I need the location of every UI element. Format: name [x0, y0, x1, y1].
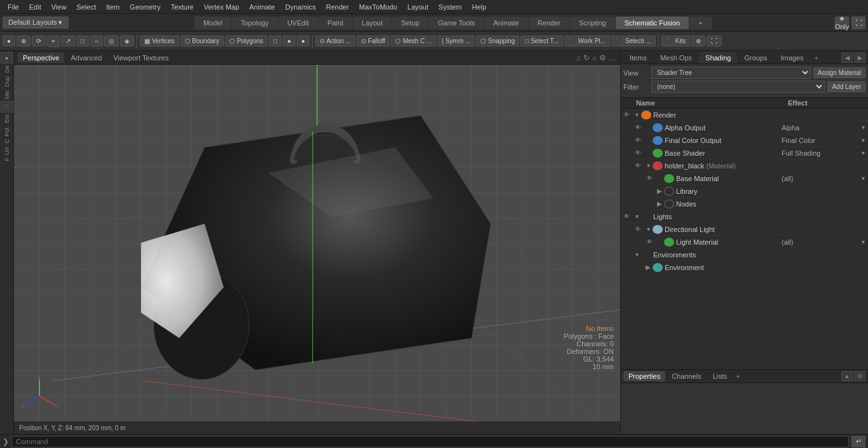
- layout-tab-render[interactable]: Render: [529, 17, 569, 29]
- panel-tab-mesh-ops[interactable]: Mesh Ops: [654, 52, 698, 64]
- layout-tab-paint[interactable]: Paint: [318, 17, 352, 29]
- vp-tab-textures[interactable]: Viewport Textures: [108, 53, 173, 63]
- tool-circle-sel[interactable]: ○: [90, 36, 103, 46]
- vp-icon-zoom[interactable]: ⌕: [592, 53, 597, 62]
- vp-icon-more[interactable]: …: [609, 53, 616, 62]
- tree-item-final-color[interactable]: 👁 Final Color Output Final Color ▾: [621, 134, 868, 147]
- expand-dir-light[interactable]: ▾: [644, 226, 653, 233]
- eye-final-color[interactable]: 👁: [632, 137, 644, 144]
- panel-tab-groups[interactable]: Groups: [738, 52, 773, 64]
- tool-icon5[interactable]: ⛶: [707, 36, 722, 46]
- expand-lights[interactable]: ▾: [632, 213, 641, 220]
- panel-expand-left[interactable]: ◀: [841, 53, 853, 63]
- tool-snapping[interactable]: ⬡ Snapping: [476, 36, 519, 46]
- sidebar-tool-1[interactable]: ●: [1, 52, 13, 64]
- eye-holder[interactable]: 👁: [632, 162, 644, 169]
- layout-tab-layout[interactable]: Layout: [353, 17, 391, 29]
- layout-tab-add[interactable]: +: [689, 17, 711, 29]
- menu-file[interactable]: File: [3, 2, 24, 12]
- tool-scale[interactable]: ⌖: [47, 36, 60, 47]
- tool-selecti[interactable]: ⬛ Selecti ...: [611, 36, 656, 46]
- layout-tab-animate[interactable]: Animate: [485, 17, 528, 29]
- layout-tab-schematic[interactable]: Schematic Fusion: [616, 17, 689, 29]
- menu-animate[interactable]: Animate: [244, 2, 280, 12]
- filter-select[interactable]: (none): [651, 81, 825, 93]
- arrow-light-material[interactable]: ▾: [858, 238, 868, 245]
- expand-library[interactable]: ▶: [655, 187, 664, 194]
- vp-tab-perspective[interactable]: Perspective: [18, 53, 64, 63]
- vp-icon-rotate[interactable]: ↻: [583, 53, 590, 62]
- vp-icon-home[interactable]: ⌂: [576, 53, 581, 62]
- command-input[interactable]: [11, 436, 849, 447]
- tool-work-pl[interactable]: ⬛ Work Pl...: [564, 36, 610, 46]
- tool-rotate[interactable]: ⟳: [32, 36, 46, 46]
- tool-mesh-c[interactable]: ⬡ Mesh C ...: [391, 36, 436, 46]
- menu-render[interactable]: Render: [321, 2, 354, 12]
- expand-holder[interactable]: ▾: [644, 162, 653, 169]
- layout-tab-setup[interactable]: Setup: [392, 17, 428, 29]
- tree-item-library[interactable]: 👁 ▶ Library: [621, 185, 868, 198]
- tool-paint[interactable]: ◈: [120, 36, 134, 46]
- menu-maxtomodo[interactable]: MaxToModo: [354, 2, 402, 12]
- prop-btn-settings[interactable]: ⚙: [854, 371, 865, 381]
- expand-render[interactable]: ▾: [632, 111, 641, 118]
- panel-tab-images[interactable]: Images: [775, 52, 810, 64]
- shader-tree[interactable]: 👁 ▾ Render 👁 Alpha Output Alpha ▾ 👁: [621, 109, 868, 369]
- layout-tab-uvedit[interactable]: UVEdit: [278, 17, 318, 29]
- menu-select[interactable]: Select: [71, 2, 101, 12]
- arrow-base-shader[interactable]: ▾: [858, 149, 868, 156]
- layout-expand-btn[interactable]: ⛶: [851, 17, 865, 29]
- panel-expand-right[interactable]: ▶: [854, 53, 865, 63]
- layout-tab-scripting[interactable]: Scripting: [570, 17, 615, 29]
- arrow-alpha[interactable]: ▾: [858, 124, 868, 131]
- menu-texture[interactable]: Texture: [166, 2, 199, 12]
- tree-item-alpha-output[interactable]: 👁 Alpha Output Alpha ▾: [621, 121, 868, 134]
- panel-tab-items[interactable]: Items: [623, 52, 653, 64]
- assign-material-btn[interactable]: Assign Material: [813, 67, 865, 78]
- tree-item-environment[interactable]: 👁 ▶ Environment: [621, 261, 868, 274]
- view-select[interactable]: Shader Tree: [651, 67, 811, 79]
- tree-item-environments[interactable]: 👁 ▾ Environments: [621, 248, 868, 261]
- viewport-canvas[interactable]: No Items Polygons : Face Channels: 0 Def…: [14, 65, 620, 421]
- tree-item-lights[interactable]: 👁 ▾ Lights: [621, 210, 868, 223]
- tool-icon4[interactable]: ⊕: [691, 36, 705, 46]
- prop-btn-expand[interactable]: ▲: [841, 371, 853, 381]
- tool-rect[interactable]: □: [76, 36, 89, 46]
- tool-boundary[interactable]: ⬡ Boundary: [180, 36, 224, 46]
- prop-tab-lists[interactable]: Lists: [708, 371, 733, 381]
- prop-tab-properties[interactable]: Properties: [623, 371, 665, 381]
- menu-system[interactable]: System: [433, 2, 467, 12]
- tool-symm[interactable]: | Symm ...: [438, 36, 475, 46]
- layout-tab-model[interactable]: Model: [194, 17, 231, 29]
- eye-base-shader[interactable]: 👁: [632, 149, 644, 156]
- tree-item-base-material[interactable]: 👁 Base Material (all) ▾: [621, 172, 868, 185]
- eye-base-material[interactable]: 👁: [644, 175, 655, 182]
- tree-item-base-shader[interactable]: 👁 Base Shader Full Shading ▾: [621, 147, 868, 160]
- tool-action[interactable]: ⊙ Action ...: [315, 36, 355, 46]
- tool-transform[interactable]: ↗: [61, 36, 75, 46]
- vp-tab-advanced[interactable]: Advanced: [65, 53, 107, 63]
- tool-select-circle[interactable]: ●: [3, 36, 15, 46]
- menu-help[interactable]: Help: [467, 2, 492, 12]
- tree-item-light-material[interactable]: 👁 Light Material (all) ▾: [621, 236, 868, 248]
- sidebar-tool-2[interactable]: □: [1, 101, 13, 112]
- menu-geometry[interactable]: Geometry: [125, 2, 165, 12]
- menu-edit[interactable]: Edit: [24, 2, 46, 12]
- add-layer-btn[interactable]: Add Layer: [827, 81, 865, 92]
- tool-lasso[interactable]: ◎: [104, 36, 119, 46]
- tool-polygons[interactable]: ⬠ Polygons: [225, 36, 268, 46]
- panel-tab-add[interactable]: +: [811, 52, 822, 64]
- menu-layout[interactable]: Layout: [402, 2, 433, 12]
- tool-select-t[interactable]: □ Select T...: [520, 36, 563, 46]
- arrow-final-color[interactable]: ▾: [858, 137, 868, 144]
- menu-item[interactable]: Item: [101, 2, 125, 12]
- expand-environments[interactable]: ▾: [632, 251, 641, 258]
- menu-dynamics[interactable]: Dynamics: [280, 2, 321, 12]
- prop-tab-add[interactable]: +: [733, 371, 742, 381]
- tool-kits[interactable]: ⬛ Kits: [661, 36, 690, 46]
- command-submit[interactable]: ↵: [851, 436, 865, 447]
- tool-icon1[interactable]: □: [269, 36, 281, 46]
- menu-view[interactable]: View: [46, 2, 72, 12]
- prop-tab-channels[interactable]: Channels: [667, 371, 706, 381]
- panel-tab-shading[interactable]: Shading: [699, 52, 737, 64]
